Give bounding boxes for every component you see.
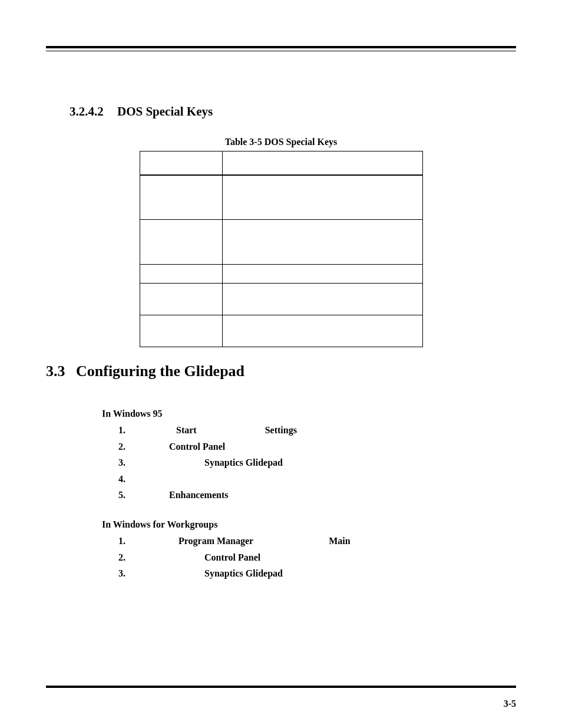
keyword-main: Main [329,536,350,546]
win95-lead: In Windows 95 [102,409,516,419]
list-item: Synaptics Glidepad [118,456,516,469]
keyword-synaptics-glidepad: Synaptics Glidepad [204,568,283,578]
top-rule-thin [46,51,516,51]
list-item: Synaptics Glidepad [118,567,516,580]
table-cell [140,315,222,347]
wfw-steps: Program Manager Main Control Panel Sy [118,535,516,580]
win95-steps: Start Settings Control Panel Synaptics G… [118,424,516,502]
bottom-rule-thick [46,686,516,688]
section-title: Configuring the Glidepad [76,363,244,380]
keyword-settings: Settings [265,425,297,435]
list-item: Start Settings [118,424,516,437]
list-item: Program Manager Main [118,535,516,548]
keyword-synaptics-glidepad: Synaptics Glidepad [204,457,283,467]
table-cell [140,265,222,284]
keyword-control-panel: Control Panel [169,442,225,452]
table-wrapper [46,151,516,347]
list-item: Control Panel [118,551,516,564]
keyword-start: Start [176,425,197,435]
section-heading: 3.3 Configuring the Glidepad [46,363,516,380]
table-header-cell [140,151,222,175]
page-number: 3-5 [504,699,516,709]
table-caption: Table 3-5 DOS Special Keys [46,137,516,147]
table-cell [140,220,222,265]
page: 3.2.4.2 DOS Special Keys Table 3-5 DOS S… [0,0,562,728]
subsection-number: 3.2.4.2 [70,104,104,119]
table-cell [222,220,422,265]
wfw-lead: In Windows for Workgroups [102,519,516,530]
table-cell [222,315,422,347]
list-item: Enhancements [118,489,516,502]
subsection-title: DOS Special Keys [117,104,213,118]
table-cell [222,284,422,315]
table-cell [140,284,222,315]
top-rule-thick [46,46,516,48]
dos-special-keys-table [140,151,423,347]
keyword-enhancements: Enhancements [169,490,228,500]
list-item [118,473,516,486]
subsection-heading: 3.2.4.2 DOS Special Keys [70,104,516,119]
table-header-cell [222,151,422,175]
table-cell [222,175,422,220]
table-cell [222,265,422,284]
section-number: 3.3 [46,363,65,380]
body-content: In Windows 95 Start Settings Control Pan… [102,409,516,580]
table-cell [140,175,222,220]
keyword-program-manager: Program Manager [178,536,253,546]
keyword-control-panel: Control Panel [204,552,260,562]
list-item: Control Panel [118,440,516,453]
